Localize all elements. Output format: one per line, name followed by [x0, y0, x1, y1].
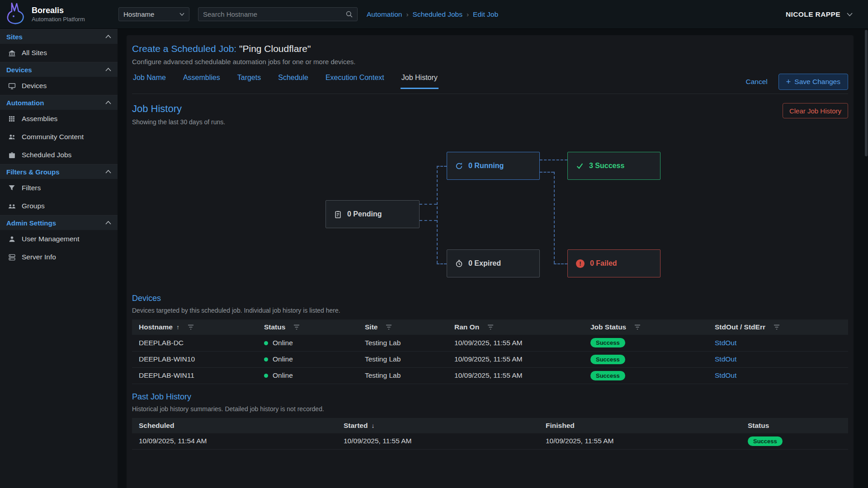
server-icon — [8, 253, 16, 261]
hostname-dropdown[interactable]: Hostname — [118, 7, 189, 21]
sidebar-item-label: Groups — [22, 202, 45, 210]
stdout-link[interactable]: StdOut — [715, 371, 736, 379]
past-history-table: Scheduled Started↓ Finished Status 10/09… — [132, 418, 848, 450]
sidebar-item-groups[interactable]: Groups — [0, 197, 118, 215]
tab-assemblies[interactable]: Assemblies — [182, 74, 221, 89]
stdout-cell: StdOut — [708, 351, 848, 367]
search-input[interactable] — [203, 10, 346, 18]
status-badge: Success — [590, 338, 625, 347]
page-title-job-name: "Ping Cloudflare" — [239, 43, 311, 54]
running-count-label: 0 Running — [468, 162, 504, 170]
grid-icon — [8, 115, 16, 122]
page-title: Create a Scheduled Job: "Ping Cloudflare… — [132, 43, 848, 54]
sidebar-item-user-management[interactable]: User Management — [0, 230, 118, 248]
sidebar-item-community-content[interactable]: Community Content — [0, 128, 118, 146]
hostname-cell: DEEPLAB-DC — [132, 335, 257, 351]
tab-targets[interactable]: Targets — [236, 74, 262, 89]
filter-icon[interactable] — [634, 324, 641, 330]
table-row: DEEPLAB-WIN11 Online Testing Lab 10/09/2… — [132, 367, 848, 384]
hostname-dropdown-value: Hostname — [123, 10, 154, 18]
ran-on-cell: 10/09/2025, 11:55 AM — [448, 367, 584, 384]
online-status-dot — [264, 341, 268, 345]
sidebar-section-admin-settings[interactable]: Admin Settings — [0, 215, 118, 230]
past-history-header-row: Scheduled Started↓ Finished Status — [132, 418, 848, 433]
filter-icon[interactable] — [487, 324, 494, 330]
column-header-job-status[interactable]: Job Status — [590, 323, 641, 331]
devices-table: Hostname↑ Status Site Ran On Job Status … — [132, 319, 848, 384]
user-icon — [8, 235, 16, 243]
filter-icon — [8, 184, 16, 192]
scrollbar-thumb[interactable] — [865, 30, 868, 156]
sidebar-item-scheduled-jobs[interactable]: Scheduled Jobs — [0, 146, 118, 164]
column-header-hostname[interactable]: Hostname↑ — [139, 323, 194, 331]
filter-icon[interactable] — [293, 324, 300, 330]
tab-job-name[interactable]: Job Name — [132, 74, 167, 89]
status-badge: Success — [590, 371, 625, 380]
chevron-down-icon — [179, 13, 184, 16]
filter-icon[interactable] — [386, 324, 392, 330]
chevron-up-icon — [105, 68, 111, 71]
past-history-subheading: Historical job history summaries. Detail… — [132, 405, 848, 413]
ran-on-cell: 10/09/2025, 11:55 AM — [448, 335, 584, 351]
breadcrumb-scheduled-jobs[interactable]: Scheduled Jobs — [413, 10, 462, 19]
sidebar-item-devices[interactable]: Devices — [0, 77, 118, 95]
sidebar-item-assemblies[interactable]: Assemblies — [0, 110, 118, 128]
tab-execution-context[interactable]: Execution Context — [325, 74, 385, 89]
chevron-up-icon — [105, 101, 111, 104]
sidebar-item-server-info[interactable]: Server Info — [0, 248, 118, 266]
column-header-status[interactable]: Status — [264, 323, 300, 331]
breadcrumb: Automation › Scheduled Jobs › Edit Job — [367, 10, 498, 19]
sidebar-section-devices[interactable]: Devices — [0, 62, 118, 77]
user-menu[interactable]: NICOLE RAPPE — [786, 10, 868, 19]
filter-icon[interactable] — [774, 324, 780, 330]
started-cell: 10/09/2025, 11:55 AM — [337, 433, 539, 450]
briefcase-icon — [8, 151, 16, 159]
breadcrumb-edit-job[interactable]: Edit Job — [473, 10, 498, 19]
hostname-cell: DEEPLAB-WIN11 — [132, 367, 257, 384]
connector — [420, 204, 437, 205]
cancel-button[interactable]: Cancel — [746, 78, 768, 86]
sidebar-section-sites[interactable]: Sites — [0, 29, 118, 44]
column-header-finished[interactable]: Finished — [546, 422, 575, 430]
status-badge: Success — [748, 436, 783, 446]
job-status-cell: Success — [584, 351, 708, 367]
connector — [554, 172, 555, 263]
clear-job-history-button[interactable]: Clear Job History — [783, 103, 848, 118]
stdout-link[interactable]: StdOut — [715, 355, 736, 363]
column-header-site[interactable]: Site — [365, 323, 392, 331]
column-header-stdout[interactable]: StdOut / StdErr — [715, 323, 780, 331]
online-status-dot — [264, 374, 268, 378]
expired-status-box: 0 Expired — [447, 249, 540, 277]
hostname-cell: DEEPLAB-WIN10 — [132, 351, 257, 367]
sidebar-item-filters[interactable]: Filters — [0, 179, 118, 197]
job-status-flow-diagram: 0 Pending 0 Running 3 Success 0 Expired — [132, 130, 848, 288]
connector — [437, 263, 447, 264]
column-header-status[interactable]: Status — [748, 422, 769, 430]
expired-count-label: 0 Expired — [468, 259, 501, 267]
site-cell: Testing Lab — [358, 367, 448, 384]
clock-icon — [455, 260, 463, 267]
column-header-scheduled[interactable]: Scheduled — [139, 422, 174, 430]
sidebar-item-label: All Sites — [22, 49, 47, 57]
sidebar-section-filters-groups[interactable]: Filters & Groups — [0, 164, 118, 179]
sidebar: Sites All Sites Devices Devices Automati… — [0, 29, 118, 488]
sidebar-item-all-sites[interactable]: All Sites — [0, 44, 118, 62]
tab-schedule[interactable]: Schedule — [277, 74, 309, 89]
tab-job-history[interactable]: Job History — [401, 74, 439, 89]
stdout-link[interactable]: StdOut — [715, 339, 736, 347]
breadcrumb-automation[interactable]: Automation — [367, 10, 402, 19]
status-cell: Online — [257, 335, 358, 351]
main-area: Create a Scheduled Job: "Ping Cloudflare… — [118, 29, 868, 488]
sidebar-section-label: Devices — [6, 66, 32, 74]
filter-icon[interactable] — [188, 324, 194, 330]
table-row: 10/09/2025, 11:54 AM 10/09/2025, 11:55 A… — [132, 433, 848, 450]
save-changes-button[interactable]: + Save Changes — [778, 74, 848, 90]
table-row: DEEPLAB-WIN10 Online Testing Lab 10/09/2… — [132, 351, 848, 367]
column-header-ran-on[interactable]: Ran On — [454, 323, 494, 331]
devices-heading: Devices — [132, 294, 848, 303]
content-panel: Create a Scheduled Job: "Ping Cloudflare… — [127, 35, 854, 488]
sidebar-section-automation[interactable]: Automation — [0, 95, 118, 110]
connector — [540, 160, 567, 160]
column-header-started[interactable]: Started↓ — [344, 422, 374, 430]
status-cell: Online — [257, 351, 358, 367]
